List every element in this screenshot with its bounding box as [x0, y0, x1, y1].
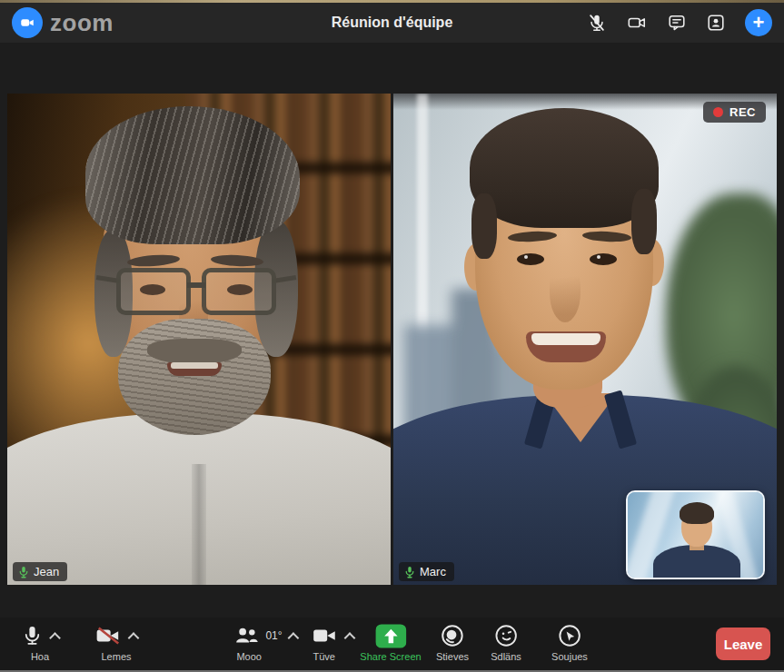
participant-name: Marc [420, 565, 446, 578]
recording-dot-icon [713, 107, 723, 117]
mic-icon [21, 624, 44, 647]
share-screen-button[interactable]: Share Screen [360, 622, 421, 662]
chevron-up-icon[interactable] [344, 632, 356, 644]
leave-button[interactable]: Leave [716, 628, 770, 660]
jean-glasses-lens-right [202, 268, 276, 315]
marc-nose [550, 262, 581, 322]
video-label: Lemes [101, 651, 131, 662]
smiley-icon [493, 623, 519, 648]
camera-icon [312, 624, 339, 647]
marc-hair [470, 108, 659, 228]
jean-beard [118, 319, 271, 435]
marc-eye-left [517, 253, 544, 265]
reactions-label: Sdläns [491, 651, 521, 662]
record-label: Stieves [436, 651, 469, 662]
zoom-logo-icon [12, 7, 43, 38]
apps-button[interactable]: Soujues [551, 622, 588, 662]
share-screen-icon [375, 624, 406, 648]
zoom-meeting-window: zoom Réunion d'équipe + [0, 0, 784, 672]
participant-name: Jean [34, 565, 59, 578]
jean-glasses-bridge [187, 282, 205, 288]
participants-label: Mooo [236, 651, 262, 662]
meeting-title: Réunion d'équipe [332, 15, 453, 31]
marc-hair-temple-left [471, 193, 497, 259]
participants-button[interactable]: 01° Mooo [233, 622, 297, 662]
jean-shirt-placket [192, 464, 206, 585]
reactions-button[interactable]: Sdläns [491, 622, 521, 662]
chevron-up-icon[interactable] [49, 632, 61, 644]
mic-muted-icon[interactable] [587, 13, 607, 33]
marc-hair-temple-right [631, 189, 657, 254]
add-button[interactable]: + [745, 9, 772, 36]
chevron-up-icon[interactable] [128, 632, 140, 644]
self-view-thumbnail[interactable] [626, 490, 765, 579]
camera-button[interactable]: Tüve [312, 622, 354, 662]
brand-wordmark: zoom [50, 9, 114, 37]
cursor-circle-icon [557, 623, 582, 648]
camera-label: Tüve [313, 651, 335, 662]
jean-hair [85, 106, 300, 244]
participant-name-tag: Marc [399, 562, 454, 581]
participant-count: 01° [265, 629, 282, 642]
apps-label: Soujues [551, 651, 588, 662]
jean-video-feed [7, 94, 391, 585]
chat-icon[interactable] [667, 13, 687, 33]
record-button[interactable]: Stieves [436, 622, 469, 662]
jean-mustache [147, 339, 242, 364]
mute-label: Hoa [31, 651, 49, 662]
camera-icon[interactable] [626, 13, 648, 33]
record-icon [440, 623, 465, 648]
participants-icon [233, 624, 260, 647]
participant-name-tag: Jean [13, 562, 67, 581]
video-tile-marc[interactable]: REC Marc [393, 94, 777, 585]
recording-indicator: REC [703, 102, 766, 123]
jean-mouth [167, 362, 222, 376]
contacts-icon[interactable] [706, 13, 726, 33]
mic-on-icon [404, 566, 415, 578]
video-tile-jean[interactable]: Jean [7, 94, 391, 585]
share-screen-label: Share Screen [360, 651, 421, 662]
meeting-toolbar: Hoa Lemes 01° Mooo [0, 618, 784, 672]
video-button[interactable]: Lemes [95, 622, 138, 662]
mic-on-icon [18, 566, 29, 578]
marc-smile [526, 331, 606, 362]
mute-button[interactable]: Hoa [21, 622, 59, 662]
topbar-actions: + [587, 9, 772, 36]
chevron-up-icon[interactable] [288, 632, 300, 644]
recording-label: REC [729, 105, 756, 119]
marc-eye-right [590, 253, 617, 265]
camera-muted-icon [95, 624, 123, 647]
topbar: zoom Réunion d'équipe + [0, 3, 784, 43]
